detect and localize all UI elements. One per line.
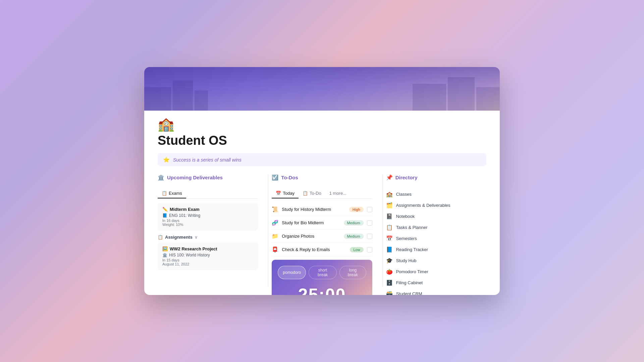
assignment-title: 🖼️ WW2 Research Project: [162, 246, 253, 251]
dir-icon-studyhub: 🎓: [386, 257, 393, 264]
dir-icon-semesters: 📅: [386, 235, 393, 242]
svg-rect-3: [413, 84, 446, 111]
directory-title: Directory: [395, 175, 418, 180]
todo-list: 📜 Study for History Midterm High 🧬 Study…: [272, 203, 372, 256]
dir-label-classes: Classes: [396, 192, 412, 197]
dir-item-assignments[interactable]: 🗂️ Assignments & Deliverables: [386, 200, 486, 211]
dir-icon-crm: 🗃️: [386, 291, 393, 295]
upcoming-header: 🏛️ Upcoming Deliverables: [158, 174, 258, 183]
dir-icon-notebook: 📓: [386, 213, 393, 220]
todos-icon: ☑️: [272, 174, 278, 181]
pomodoro-widget: pomodoro short break long break 25:00: [272, 260, 372, 295]
priority-badge-0: High: [349, 207, 364, 212]
directory-header: 📌 Directory: [386, 174, 486, 183]
hero-decoration: [144, 67, 500, 111]
exam-title: ✏️ Midterm Exam: [162, 207, 253, 212]
assignments-chevron[interactable]: ∨: [195, 235, 198, 240]
exam-card-midterm[interactable]: ✏️ Midterm Exam 📘 ENG 101: Writing In 16…: [158, 203, 258, 231]
divider-2: [382, 174, 383, 287]
todo-title-0: Study for History Midterm: [282, 207, 346, 212]
dir-item-notebook[interactable]: 📓 Notebook: [386, 211, 486, 222]
dir-icon-assignments: 🗂️: [386, 202, 393, 208]
priority-badge-3: Low: [350, 247, 363, 252]
pomodoro-time: 25:00: [278, 285, 366, 295]
todo-title-2: Organize Photos: [282, 234, 340, 239]
todo-checkbox-1[interactable]: [367, 220, 372, 226]
svg-rect-1: [173, 80, 193, 111]
quote-bar: ⭐ Success is a series of small wins: [158, 153, 486, 166]
dir-icon-filing: 🗄️: [386, 280, 393, 286]
hero-banner: [144, 67, 500, 111]
todos-column: ☑️ To-Dos 📅Today 📋To-Do 1 more... 📜 Stu: [272, 174, 379, 287]
todos-tabs: 📅Today 📋To-Do 1 more...: [272, 189, 372, 199]
pomodoro-tab-short[interactable]: short break: [309, 266, 336, 279]
dir-item-filing[interactable]: 🗄️ Filing Cabinet: [386, 277, 486, 288]
svg-line-7: [245, 84, 345, 89]
todos-header: ☑️ To-Dos: [272, 174, 372, 183]
tab-todo[interactable]: 📋To-Do: [299, 189, 325, 198]
quote-text: Success is a series of small wins: [173, 157, 241, 163]
svg-rect-5: [476, 87, 500, 111]
assignment-course-icon: 🏛️: [162, 253, 167, 257]
dir-item-studyhub[interactable]: 🎓 Study Hub: [386, 255, 486, 266]
dir-label-reading: Reading Tracker: [396, 247, 428, 252]
todo-checkbox-2[interactable]: [367, 234, 372, 239]
assignments-header: 📋 📋 Assignments Assignments ∨: [158, 235, 258, 240]
tab-today[interactable]: 📅Today: [272, 189, 299, 198]
directory-column: 📌 Directory 🏫 Classes 🗂️ Assignments & D…: [386, 174, 486, 287]
todo-icon-2: 📁: [272, 233, 278, 239]
dir-item-tasks[interactable]: 📋 Tasks & Planner: [386, 222, 486, 233]
assignment-course: 🏛️ HIS 100: World History: [162, 253, 253, 257]
todo-icon-1: 🧬: [272, 220, 278, 226]
upcoming-title: Upcoming Deliverables: [167, 175, 223, 180]
assignment-days: In 15 days: [162, 258, 253, 262]
page-header: 🏫 Student OS ⭐ Success is a series of sm…: [144, 111, 500, 174]
dir-item-semesters[interactable]: 📅 Semesters: [386, 233, 486, 244]
pomodoro-tab-pomodoro[interactable]: pomodoro: [278, 266, 306, 279]
app-window: 🏫 Student OS ⭐ Success is a series of sm…: [144, 67, 500, 295]
dir-label-assignments: Assignments & Deliverables: [396, 203, 450, 208]
priority-badge-1: Medium: [344, 220, 364, 226]
dir-label-tasks: Tasks & Planner: [396, 225, 428, 230]
dir-item-pomodoro[interactable]: 🍅 Pomodoro Timer: [386, 266, 486, 277]
divider-1: [268, 174, 268, 287]
dir-icon-classes: 🏫: [386, 191, 393, 197]
todo-item-0: 📜 Study for History Midterm High: [272, 203, 372, 216]
directory-icon: 📌: [386, 174, 393, 181]
exam-course: 📘 ENG 101: Writing: [162, 213, 253, 218]
quote-star-icon: ⭐: [163, 157, 170, 163]
dir-icon-pomodoro: 🍅: [386, 268, 393, 275]
tab-more[interactable]: 1 more...: [325, 189, 351, 198]
exam-icon: ✏️: [162, 207, 168, 212]
assignment-icon: 🖼️: [162, 246, 168, 251]
todo-icon-0: 📜: [272, 206, 278, 213]
upcoming-icon: 🏛️: [158, 174, 164, 181]
todos-title: To-Dos: [281, 175, 298, 180]
assignment-card-ww2[interactable]: 🖼️ WW2 Research Project 🏛️ HIS 100: Worl…: [158, 242, 258, 270]
svg-rect-0: [144, 87, 171, 111]
tab-exams[interactable]: 📋Exams: [158, 189, 186, 198]
dir-item-classes[interactable]: 🏫 Classes: [386, 189, 486, 200]
course-icon: 📘: [162, 213, 167, 218]
todo-title-3: Check & Reply to Emails: [282, 247, 346, 252]
todo-icon-3: 📮: [272, 246, 278, 253]
todo-checkbox-0[interactable]: [367, 207, 372, 212]
svg-rect-4: [448, 77, 475, 111]
dir-icon-tasks: 📋: [386, 224, 393, 231]
exams-section: ✏️ Midterm Exam 📘 ENG 101: Writing In 16…: [158, 203, 258, 231]
pomodoro-tab-long[interactable]: long break: [339, 266, 366, 279]
todo-item-3: 📮 Check & Reply to Emails Low: [272, 243, 372, 256]
dir-label-notebook: Notebook: [396, 214, 415, 219]
dir-item-reading[interactable]: 📘 Reading Tracker: [386, 244, 486, 255]
dir-label-semesters: Semesters: [396, 236, 417, 241]
assignments-section: 📋 📋 Assignments Assignments ∨ 🖼️ WW2 Res…: [158, 235, 258, 270]
todo-checkbox-3[interactable]: [367, 247, 372, 252]
pomodoro-tabs: pomodoro short break long break: [278, 266, 366, 279]
svg-rect-2: [195, 90, 208, 111]
exam-weight: Weight: 10%: [162, 223, 253, 227]
dir-icon-reading: 📘: [386, 246, 393, 253]
dir-item-crm[interactable]: 🗃️ Student CRM: [386, 288, 486, 295]
upcoming-tabs: 📋Exams: [158, 189, 258, 199]
upcoming-column: 🏛️ Upcoming Deliverables 📋Exams ✏️ Midte…: [158, 174, 265, 287]
dir-label-filing: Filing Cabinet: [396, 280, 423, 285]
